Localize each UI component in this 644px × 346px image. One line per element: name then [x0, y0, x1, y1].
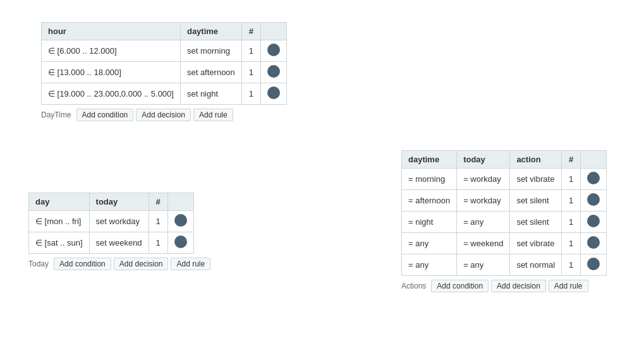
actions-row1-action: set vibrate	[510, 169, 562, 190]
actions-col-circle-header	[581, 151, 607, 169]
today-table: day today # ∈ [mon .. fri] set workday 1…	[28, 193, 210, 270]
actions-row4-count: 1	[562, 233, 581, 254]
daytime-row3-daytime: set night	[180, 83, 241, 105]
daytime-table-label: DayTime	[41, 110, 71, 119]
table-row: ∈ [mon .. fri] set workday 1	[29, 211, 194, 232]
daytime-row2-daytime: set afternoon	[180, 62, 241, 83]
actions-row1-count: 1	[562, 169, 581, 190]
actions-row3-circle[interactable]	[581, 212, 607, 233]
actions-table: daytime today action # = morning = workd…	[401, 150, 607, 292]
daytime-row3-hour: ∈ [19.000 .. 23.000,0.000 .. 5.000]	[42, 83, 181, 105]
actions-row5-count: 1	[562, 254, 581, 276]
today-row2-circle[interactable]	[167, 232, 193, 254]
actions-row4-circle[interactable]	[581, 233, 607, 254]
actions-col-today: today	[457, 151, 510, 169]
actions-row4-action: set vibrate	[510, 233, 562, 254]
daytime-col-hash: #	[241, 23, 260, 40]
actions-table-label: Actions	[401, 282, 426, 290]
daytime-row3-count: 1	[241, 83, 260, 105]
today-add-condition-button[interactable]: Add condition	[54, 258, 111, 270]
table-row: = afternoon = workday set silent 1	[402, 190, 607, 212]
today-row1-day: ∈ [mon .. fri]	[29, 211, 90, 232]
table-row: = any = weekend set vibrate 1	[402, 233, 607, 254]
daytime-row3-circle[interactable]	[260, 83, 286, 105]
actions-add-condition-button[interactable]: Add condition	[431, 280, 489, 292]
table-row: ∈ [13.000 .. 18.000] set afternoon 1	[42, 62, 287, 83]
actions-row1-circle[interactable]	[581, 169, 607, 190]
actions-row4-daytime: = any	[402, 233, 457, 254]
daytime-row1-count: 1	[241, 40, 260, 62]
actions-row5-circle[interactable]	[581, 254, 607, 276]
actions-row3-daytime: = night	[402, 212, 457, 233]
daytime-table: hour daytime # ∈ [6.000 .. 12.000] set m…	[41, 22, 287, 121]
actions-col-action: action	[510, 151, 562, 169]
today-table-label: Today	[28, 260, 49, 268]
daytime-row2-hour: ∈ [13.000 .. 18.000]	[42, 62, 181, 83]
table-row: = morning = workday set vibrate 1	[402, 169, 607, 190]
actions-row1-today: = workday	[457, 169, 510, 190]
today-col-today: today	[89, 193, 149, 211]
actions-row2-circle[interactable]	[581, 190, 607, 212]
table-row: ∈ [sat .. sun] set weekend 1	[29, 232, 194, 254]
table-row: ∈ [6.000 .. 12.000] set morning 1	[42, 40, 287, 62]
actions-row1-daytime: = morning	[402, 169, 457, 190]
daytime-row1-circle[interactable]	[260, 40, 286, 62]
daytime-col-hour: hour	[42, 23, 181, 40]
actions-col-daytime: daytime	[402, 151, 457, 169]
actions-row3-count: 1	[562, 212, 581, 233]
daytime-row2-count: 1	[241, 62, 260, 83]
today-add-decision-button[interactable]: Add decision	[114, 258, 169, 270]
table-row: = night = any set silent 1	[402, 212, 607, 233]
actions-col-hash: #	[562, 151, 581, 169]
table-row: = any = any set normal 1	[402, 254, 607, 276]
actions-row3-today: = any	[457, 212, 510, 233]
daytime-row1-daytime: set morning	[180, 40, 241, 62]
daytime-add-decision-button[interactable]: Add decision	[136, 109, 191, 121]
today-row2-day: ∈ [sat .. sun]	[29, 232, 90, 254]
actions-row5-daytime: = any	[402, 254, 457, 276]
today-col-day: day	[29, 193, 90, 211]
actions-row5-action: set normal	[510, 254, 562, 276]
today-row2-count: 1	[149, 232, 167, 254]
actions-row2-daytime: = afternoon	[402, 190, 457, 212]
table-row: ∈ [19.000 .. 23.000,0.000 .. 5.000] set …	[42, 83, 287, 105]
today-col-actions-header	[167, 193, 193, 211]
daytime-add-rule-button[interactable]: Add rule	[193, 109, 233, 121]
daytime-col-daytime: daytime	[180, 23, 241, 40]
actions-add-rule-button[interactable]: Add rule	[549, 280, 588, 292]
today-row1-count: 1	[149, 211, 167, 232]
daytime-add-condition-button[interactable]: Add condition	[76, 109, 134, 121]
daytime-col-actions-header	[260, 23, 286, 40]
actions-row2-action: set silent	[510, 190, 562, 212]
actions-row3-action: set silent	[510, 212, 562, 233]
actions-row2-count: 1	[562, 190, 581, 212]
today-row1-today: set workday	[89, 211, 149, 232]
actions-row4-today: = weekend	[457, 233, 510, 254]
today-row1-circle[interactable]	[167, 211, 193, 232]
actions-add-decision-button[interactable]: Add decision	[491, 280, 546, 292]
daytime-row1-hour: ∈ [6.000 .. 12.000]	[42, 40, 181, 62]
daytime-row2-circle[interactable]	[260, 62, 286, 83]
actions-row5-today: = any	[457, 254, 510, 276]
today-col-hash: #	[149, 193, 167, 211]
today-row2-today: set weekend	[89, 232, 149, 254]
actions-row2-today: = workday	[457, 190, 510, 212]
today-add-rule-button[interactable]: Add rule	[171, 258, 210, 270]
